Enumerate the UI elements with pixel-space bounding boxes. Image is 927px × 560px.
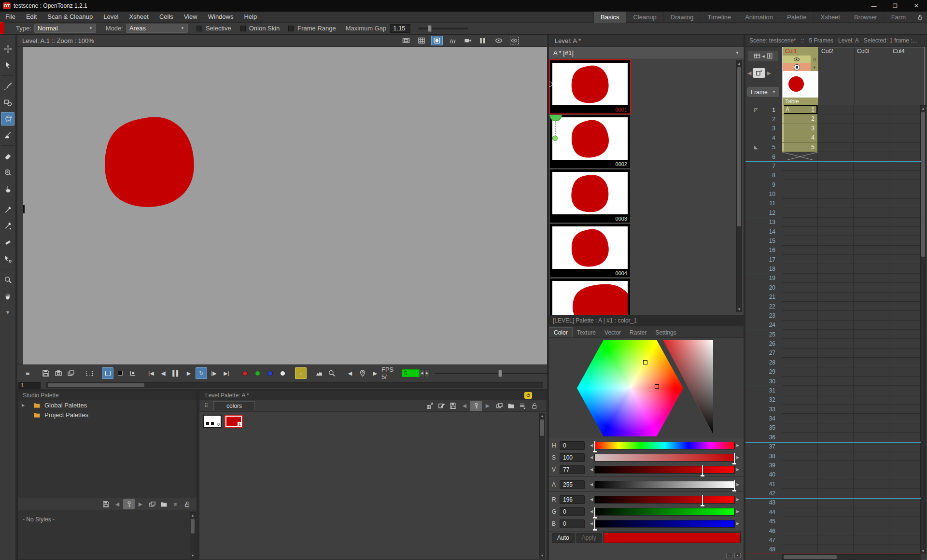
xsheet-row-21[interactable]: 21 — [745, 293, 927, 302]
view-mode-camera-button[interactable] — [102, 367, 113, 379]
room-tab-animation[interactable]: Animation — [738, 12, 780, 23]
menu-file[interactable]: File — [0, 12, 21, 22]
cell-col4-frame4[interactable] — [889, 133, 925, 142]
style-swatch-1[interactable]: 1 — [225, 415, 243, 428]
cell-col3-frame37[interactable] — [854, 442, 889, 451]
cell-col1-frame21[interactable] — [782, 293, 818, 302]
cell-col1-frame14[interactable] — [782, 227, 818, 236]
room-tab-browser[interactable]: Browser — [847, 12, 884, 23]
level-select-dropdown[interactable]: A * [#1]▼ — [549, 47, 744, 58]
frame-nav-dropdown[interactable]: Frame▼ — [747, 87, 779, 97]
picker-marker[interactable] — [643, 360, 647, 364]
play-once-button[interactable]: |▶ — [208, 367, 220, 379]
close-button[interactable]: ✕ — [906, 0, 927, 12]
new-folder-button[interactable] — [158, 499, 169, 509]
cell-col2-frame28[interactable] — [818, 358, 854, 367]
cell-col3-frame5[interactable] — [854, 143, 889, 152]
cell-col2-frame29[interactable] — [818, 367, 854, 377]
cell-col3-frame43[interactable] — [854, 498, 889, 507]
frame-number-cell[interactable]: 44 — [745, 507, 782, 517]
decrease-icon[interactable]: ◀ — [589, 521, 594, 526]
frame-number-cell[interactable]: 40 — [745, 470, 782, 479]
frame-range-scrollbar[interactable] — [46, 382, 543, 388]
cell-col3-frame39[interactable] — [854, 461, 889, 470]
cell-col1-frame15[interactable] — [782, 236, 818, 245]
cell-col3-frame45[interactable] — [854, 517, 889, 526]
b-slider[interactable] — [594, 520, 735, 528]
xsheet-row-11[interactable]: 11 — [745, 199, 927, 208]
cell-col4-frame47[interactable] — [889, 535, 925, 545]
freeze-palette-button[interactable] — [181, 499, 193, 509]
red-channel-button[interactable] — [239, 367, 251, 379]
column-header-col4[interactable]: Col4 — [890, 47, 926, 105]
scroll-down-icon[interactable]: ▼ — [190, 553, 195, 558]
cell-col2-frame21[interactable] — [818, 293, 854, 302]
cell-col3-frame32[interactable] — [854, 395, 889, 405]
slider-knob[interactable] — [734, 480, 735, 490]
cell-col1-frame19[interactable] — [782, 274, 818, 283]
cell-col1-frame44[interactable] — [782, 507, 818, 517]
cell-col4-frame35[interactable] — [889, 423, 925, 433]
decrease-icon[interactable]: ◀ — [589, 443, 594, 448]
cell-col1-frame7[interactable] — [782, 161, 818, 170]
menu-view[interactable]: View — [179, 12, 203, 22]
style-tab-settings[interactable]: Settings — [651, 328, 680, 337]
style-tab-texture[interactable]: Texture — [573, 328, 600, 337]
frame-number-cell[interactable]: 1◸ — [745, 105, 782, 114]
cell-col2-frame10[interactable] — [818, 189, 854, 198]
frame-number-cell[interactable]: 33 — [745, 405, 782, 414]
cell-col4-frame26[interactable] — [889, 339, 925, 348]
xsheet-row-28[interactable]: 28 — [745, 358, 927, 367]
paint-brush-tool[interactable] — [1, 128, 14, 142]
new-level-button[interactable] — [753, 68, 765, 78]
cell-col1-frame2[interactable]: 2 — [782, 114, 818, 124]
freeze-icon[interactable] — [447, 36, 458, 45]
prev-frame-button[interactable]: ◀| — [158, 367, 169, 379]
g-value-field[interactable]: 0 — [560, 507, 585, 516]
save-palette-button[interactable] — [447, 401, 459, 411]
cell-col3-frame8[interactable] — [854, 171, 889, 180]
cell-col1-frame27[interactable] — [782, 349, 818, 358]
room-tab-basics[interactable]: Basics — [593, 12, 626, 23]
style-swatch-0[interactable]: 0 — [203, 415, 222, 428]
cell-col2-frame26[interactable] — [818, 339, 854, 348]
increase-icon[interactable]: ▶ — [735, 497, 741, 502]
r-slider[interactable] — [594, 496, 735, 504]
cell-col3-frame47[interactable] — [854, 535, 889, 545]
frame-number-cell[interactable]: 15 — [745, 236, 782, 245]
palette-menu-button[interactable]: ≡ — [169, 499, 181, 509]
xsheet-row-26[interactable]: 26 — [745, 339, 927, 348]
column-visibility-toggle[interactable] — [783, 56, 811, 63]
frame-number-cell[interactable]: 3 — [745, 124, 782, 133]
blue-channel-button[interactable] — [264, 367, 276, 379]
decrease-icon[interactable]: ◀ — [589, 509, 594, 514]
cell-col2-frame47[interactable] — [818, 535, 854, 545]
level-frame-thumbnail-0001[interactable]: 0001 — [550, 60, 630, 113]
cell-col4-frame34[interactable] — [889, 414, 925, 423]
menu-edit[interactable]: Edit — [21, 12, 42, 22]
xsheet-row-43[interactable]: 43 — [745, 498, 927, 507]
frame-number-cell[interactable]: 9 — [745, 180, 782, 189]
room-tab-palette[interactable]: Palette — [780, 12, 813, 23]
menu-scan-cleanup[interactable]: Scan & Cleanup — [42, 12, 98, 22]
cell-col2-frame17[interactable] — [818, 255, 854, 264]
scroll-down-icon[interactable]: ▼ — [737, 307, 742, 312]
fps-slider[interactable] — [435, 373, 550, 374]
h-value-field[interactable]: 0 — [560, 441, 585, 450]
xsheet-row-34[interactable]: 34 — [745, 414, 927, 423]
increase-icon[interactable]: ▶ — [735, 455, 741, 460]
scroll-up-icon[interactable]: ▲ — [540, 413, 545, 419]
xsheet-row-47[interactable]: 47 — [745, 535, 927, 545]
max-gap-field[interactable]: 1.15 — [390, 24, 410, 33]
level-frame-thumbnail-0004[interactable]: 0004 — [550, 224, 630, 277]
cell-col4-frame38[interactable] — [889, 451, 925, 461]
cell-col4-frame27[interactable] — [889, 349, 925, 358]
frame-number-cell[interactable]: 5◣ — [745, 143, 782, 152]
save-scene-button[interactable] — [40, 367, 52, 379]
cell-col1-frame20[interactable] — [782, 283, 818, 292]
cell-col2-frame7[interactable] — [818, 161, 854, 170]
edit-style-button[interactable] — [435, 401, 447, 411]
cell-col2-frame41[interactable] — [818, 479, 854, 489]
xsheet-row-22[interactable]: 22 — [745, 302, 927, 311]
xsheet-row-1[interactable]: 1◸1A — [745, 105, 927, 114]
